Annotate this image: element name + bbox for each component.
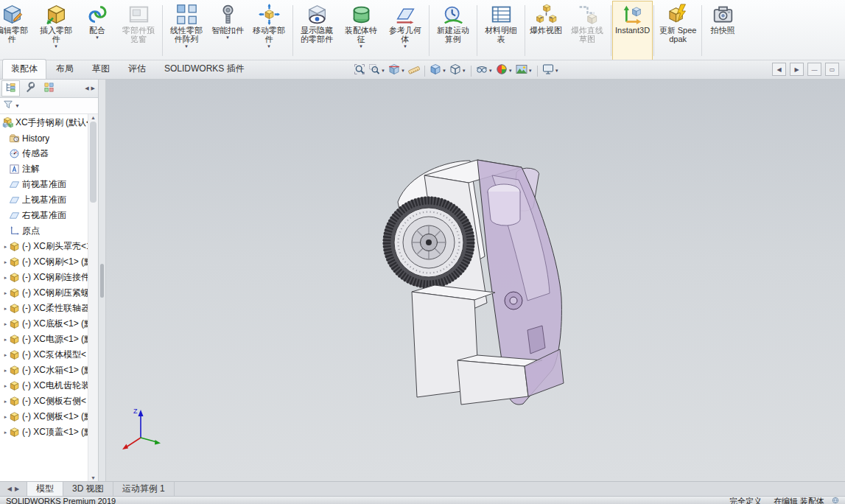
featuremanager-tab[interactable] (1, 80, 20, 97)
tree-root-item[interactable]: XC手持钢刷 (默认<默 (0, 115, 88, 130)
tree-item[interactable]: ▸(-) XC钢刷<1> (默 (0, 254, 88, 270)
filter-icon[interactable] (3, 99, 13, 113)
display-style-dropdown-caret[interactable]: ▼ (462, 69, 466, 73)
show-hidden-components-button[interactable]: 显示隐藏的零部件 (295, 1, 339, 60)
view-orientation-button[interactable]: ▼ (428, 63, 448, 79)
move-component-dropdown-caret[interactable]: ▼ (267, 44, 271, 49)
reference-geometry-button[interactable]: 参考几何体▼ (383, 1, 427, 60)
smart-fasteners-button[interactable]: 智能扣件▼ (208, 1, 247, 60)
view-orientation-dropdown-caret[interactable]: ▼ (442, 69, 446, 73)
expand-icon[interactable]: ▸ (2, 337, 9, 343)
mate-button[interactable]: 配合▼ (78, 1, 116, 60)
configurationmanager-tab[interactable] (40, 80, 58, 97)
insert-component-dropdown-caret[interactable]: ▼ (54, 44, 58, 49)
tree-item[interactable]: ▸(-) XC钢刷压紧螺 (0, 285, 88, 301)
pane-display-button[interactable]: ▭ (825, 63, 839, 76)
tree-item[interactable]: 原点 (0, 223, 88, 239)
section-view-button[interactable]: ▼ (387, 63, 407, 79)
expand-icon[interactable]: ▸ (2, 275, 9, 281)
propertymanager-tab[interactable] (21, 80, 39, 97)
tree-item[interactable]: History (0, 130, 88, 146)
expand-icon[interactable]: ▸ (2, 306, 9, 312)
instant3d-button[interactable]: Instant3D (613, 1, 652, 60)
scroll-down-icon[interactable]: ▼ (91, 475, 96, 480)
tab-装配体[interactable]: 装配体 (2, 59, 46, 79)
study-tab-2[interactable]: 3D 视图 (63, 482, 113, 496)
tree-item[interactable]: ▸(-) XC电机齿轮装 (0, 378, 88, 393)
expand-icon[interactable]: ▸ (2, 430, 9, 435)
tree-item[interactable]: 注解 (0, 161, 88, 177)
study-nav-arrow-icon[interactable]: ▶ (15, 486, 19, 492)
hide-show-items-button[interactable]: ▼ (474, 63, 494, 79)
expand-icon[interactable]: ▸ (2, 383, 9, 389)
panel-splitter[interactable] (99, 80, 106, 481)
tree-item[interactable]: 传感器 (0, 146, 88, 161)
exploded-view-button[interactable]: 爆炸视图 (527, 1, 565, 60)
display-style-button[interactable]: ▼ (448, 63, 468, 79)
tab-草图[interactable]: 草图 (83, 59, 119, 79)
graphics-viewport[interactable]: Z (106, 80, 845, 481)
tree-item[interactable]: ▸(-) XC刷头罩壳<1 (0, 239, 88, 254)
expand-icon[interactable]: ▸ (2, 414, 9, 420)
linear-component-pattern-dropdown-caret[interactable]: ▼ (184, 44, 189, 49)
tree-item[interactable]: ▸(-) XC泵体模型< (0, 347, 88, 363)
scrollbar-thumb[interactable] (90, 122, 97, 203)
edit-appearance-dropdown-caret[interactable]: ▼ (508, 69, 513, 73)
study-nav-arrow-icon[interactable]: ◀ (7, 486, 12, 492)
tree-item[interactable]: ▸(-) XC钢刷连接件 (0, 270, 88, 285)
tab-评估[interactable]: 评估 (119, 59, 155, 79)
tree-item[interactable]: ▸(-) XC底板<1> (默 (0, 316, 88, 332)
expand-icon[interactable]: ▸ (2, 321, 9, 327)
study-tab-3[interactable]: 运动算例 1 (113, 482, 175, 496)
pane-back-button[interactable]: ◀ (772, 63, 786, 76)
zoom-fit-button[interactable] (352, 63, 367, 79)
explode-line-sketch-button[interactable]: 爆炸直线草图 (565, 1, 609, 60)
tree-item[interactable]: ▸(-) XC侧板右侧< (0, 393, 88, 409)
scroll-up-icon[interactable]: ▲ (91, 115, 96, 120)
tree-item[interactable]: ▸(-) XC电源<1> (默 (0, 332, 88, 347)
mate-dropdown-caret[interactable]: ▼ (95, 35, 99, 41)
zoom-area-button[interactable]: ▼ (367, 63, 387, 79)
assembly-features-dropdown-caret[interactable]: ▼ (359, 44, 363, 49)
tree-item[interactable]: ▸(-) XC侧板<1> (默 (0, 409, 88, 424)
study-tab-nav[interactable]: ◀▶ (0, 482, 27, 496)
tree-item[interactable]: ▸(-) XC柔性联轴器 (0, 301, 88, 316)
expand-icon[interactable]: ▸ (2, 259, 9, 265)
assembly-features-button[interactable]: 装配体特征▼ (339, 1, 383, 60)
edit-component-button[interactable]: 编辑零部件 (0, 1, 34, 60)
expand-icon[interactable]: ▸ (2, 352, 9, 358)
insert-component-button[interactable]: 插入零部件▼ (34, 1, 78, 60)
splitter-handle[interactable] (100, 264, 104, 298)
component-preview-button[interactable]: 零部件预览窗 (116, 1, 161, 60)
apply-scene-button[interactable]: ▼ (514, 63, 534, 79)
view-settings-button[interactable]: ▼ (541, 63, 561, 79)
move-component-button[interactable]: 移动零部件▼ (247, 1, 291, 60)
reference-geometry-dropdown-caret[interactable]: ▼ (403, 44, 407, 49)
tree-item[interactable]: 上视基准面 (0, 192, 88, 208)
tab-布局[interactable]: 布局 (47, 59, 83, 79)
tree-item[interactable]: 右视基准面 (0, 208, 88, 223)
tree-item[interactable]: ▸(-) XC水箱<1> (默 (0, 363, 88, 378)
section-view-dropdown-caret[interactable]: ▼ (401, 69, 405, 73)
study-tab-1[interactable]: 模型 (27, 482, 63, 496)
hide-show-items-dropdown-caret[interactable]: ▼ (488, 69, 493, 73)
expand-icon[interactable]: ▸ (2, 244, 9, 250)
take-snapshot-button[interactable]: 拍快照 (704, 1, 742, 60)
tab-SOLIDWORKS 插件[interactable]: SOLIDWORKS 插件 (155, 59, 253, 79)
manager-tabs-left-icon[interactable]: ◀ (85, 85, 88, 91)
view-settings-dropdown-caret[interactable]: ▼ (555, 69, 559, 73)
globe-icon[interactable] (824, 497, 839, 504)
tree-item[interactable]: ▸(-) XC顶盖<1> (默 (0, 424, 88, 440)
tree-scrollbar[interactable]: ▲ ▼ (88, 114, 98, 481)
edit-appearance-button[interactable]: ▼ (494, 63, 514, 79)
pane-forward-button[interactable]: ▶ (790, 63, 804, 76)
expand-icon[interactable]: ▸ (2, 368, 9, 374)
filter-caret[interactable]: ▼ (15, 103, 20, 108)
pane-minimize-button[interactable]: — (807, 63, 821, 76)
bill-of-materials-button[interactable]: 材料明细表 (479, 1, 523, 60)
measure-button[interactable] (407, 63, 421, 79)
update-speedpak-button[interactable]: 更新 Speedpak (656, 1, 700, 60)
linear-component-pattern-button[interactable]: 线性零部件阵列▼ (164, 1, 208, 60)
expand-icon[interactable]: ▸ (2, 399, 9, 405)
apply-scene-dropdown-caret[interactable]: ▼ (528, 69, 533, 73)
